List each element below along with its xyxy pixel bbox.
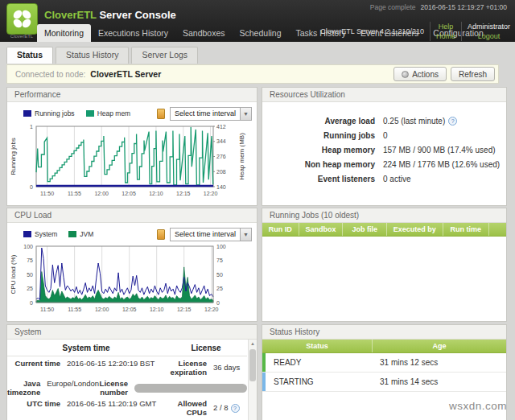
jvm-legend-swatch	[68, 231, 76, 237]
license-number-label: License number	[100, 380, 128, 397]
column-executed-by[interactable]: Executed by	[386, 223, 443, 236]
tab-status[interactable]: Status	[6, 47, 53, 64]
column-run-time[interactable]: Run time	[443, 223, 489, 236]
performance-panel-title: Performance	[7, 88, 257, 102]
cpu-chart[interactable]: 11:5011:5512:0012:0512:1012:1512:2000252…	[7, 243, 255, 320]
svg-text:12:20: 12:20	[204, 191, 218, 196]
nav-tab-sandboxes[interactable]: Sandboxes	[175, 24, 233, 42]
help-circle-icon[interactable]: ?	[231, 404, 240, 413]
system-panel-title: System	[7, 325, 257, 340]
system-panel-scrollbar[interactable]: ▲	[248, 340, 257, 420]
svg-text:12:05: 12:05	[122, 307, 137, 312]
performance-chart[interactable]: 11:5011:5512:0012:0512:1012:1512:2001140…	[7, 122, 255, 206]
logout-link[interactable]: Logout	[478, 31, 501, 41]
resources-body: Average load 0.25 (last minute) ? Runnin…	[262, 102, 506, 186]
page-complete-label: Page complete	[370, 3, 416, 11]
heap-memory-value: 157 MB / 900 MB (17.4% used)	[375, 146, 496, 154]
resources-utilization-panel: Resources Utilization Average load 0.25 …	[262, 87, 507, 206]
watermark: wsxdn.com	[449, 400, 507, 412]
cpu-chart-controls: System JVM Select time interval ▼	[7, 223, 257, 243]
current-time-label: Current time	[7, 360, 60, 377]
svg-text:12:00: 12:00	[95, 307, 109, 312]
help-circle-icon[interactable]: ?	[448, 117, 457, 126]
time-interval-icon[interactable]	[157, 109, 165, 119]
nav-tab-scheduling[interactable]: Scheduling	[233, 24, 289, 42]
svg-text:25: 25	[27, 286, 33, 291]
refresh-button[interactable]: Refresh	[451, 67, 495, 81]
system-panel-body: System time License Current time 2016-06…	[7, 340, 257, 420]
help-link[interactable]: Help	[439, 22, 454, 31]
status-badge: READY	[266, 353, 372, 372]
running-jobs-panel-title: Running Jobs (10 oldest)	[262, 208, 506, 223]
average-load-text: 0.25 (last minute)	[383, 117, 445, 126]
column-age[interactable]: Age	[372, 340, 506, 352]
tab-status-history[interactable]: Status History	[56, 47, 129, 64]
running-jobs-value: 0	[375, 131, 388, 140]
running-jobs-label: Running jobs	[262, 131, 375, 140]
time-interval-icon[interactable]	[157, 229, 165, 240]
column-run-id[interactable]: Run ID	[262, 223, 299, 236]
svg-text:100: 100	[23, 244, 33, 249]
app-title: CloverETL Server Console	[44, 9, 176, 21]
column-sandbox[interactable]: Sandbox	[299, 223, 343, 236]
gear-icon	[402, 71, 409, 78]
scroll-up-icon[interactable]: ▲	[249, 340, 257, 348]
svg-text:12:10: 12:10	[150, 307, 164, 312]
heap-mem-legend-label: Heap mem	[97, 109, 131, 117]
refresh-button-label: Refresh	[459, 70, 487, 79]
table-row: Uptime 31 mins 14 secs	[7, 417, 257, 420]
nav-tab-monitoring[interactable]: Monitoring	[37, 24, 91, 42]
current-user: Administrator	[468, 22, 510, 31]
chevron-down-icon[interactable]: ▼	[240, 229, 251, 241]
chevron-down-icon[interactable]: ▼	[240, 108, 251, 120]
divider	[461, 22, 462, 41]
nav-tab-executions-history[interactable]: Executions History	[91, 24, 175, 42]
scrollbar-thumb[interactable]	[249, 349, 256, 381]
tab-server-logs[interactable]: Server Logs	[131, 47, 198, 64]
system-time-group-header: System time	[7, 344, 165, 356]
svg-text:CPU load (%): CPU load (%)	[10, 254, 17, 294]
cpu-time-interval-select[interactable]: Select time interval ▼	[170, 228, 252, 241]
actions-button[interactable]: Actions	[393, 67, 447, 81]
svg-text:25: 25	[216, 286, 223, 291]
performance-chart-controls: Running jobs Heap mem Select time interv…	[7, 102, 257, 122]
svg-text:140: 140	[216, 184, 226, 190]
svg-text:11:55: 11:55	[68, 191, 81, 196]
list-item: Event listeners 0 active	[262, 171, 506, 186]
column-status[interactable]: Status	[262, 340, 372, 352]
cpu-panel-title: CPU Load	[7, 208, 257, 223]
home-link[interactable]: Home	[436, 31, 455, 41]
license-number-value	[128, 380, 247, 397]
performance-time-interval-select[interactable]: Select time interval ▼	[170, 107, 252, 121]
running-jobs-legend-label: Running jobs	[35, 109, 75, 117]
svg-text:12:05: 12:05	[122, 191, 136, 196]
system-legend-label: System	[35, 230, 57, 238]
table-row: Java timezone Europe/London License numb…	[7, 377, 257, 397]
cpu-select-label: Select time interval	[171, 230, 240, 238]
heap-mem-legend-swatch	[86, 110, 94, 117]
svg-text:12:20: 12:20	[204, 307, 219, 312]
table-row: READY 31 mins 12 secs	[262, 353, 506, 373]
svg-text:12:15: 12:15	[176, 191, 191, 196]
allowed-cpus-label: Allowed CPUs	[165, 400, 207, 417]
svg-text:0: 0	[30, 184, 33, 190]
svg-text:12:15: 12:15	[177, 307, 192, 312]
svg-text:11:50: 11:50	[40, 307, 54, 312]
cloveretl-logo-icon[interactable]	[6, 3, 38, 35]
svg-text:12:00: 12:00	[94, 191, 109, 196]
svg-text:11:55: 11:55	[68, 307, 81, 312]
logo-caption: CloverETL	[5, 34, 39, 39]
jvm-legend-label: JVM	[80, 230, 93, 238]
column-job-file[interactable]: Job file	[342, 223, 386, 236]
app-title-brand: CloverETL	[44, 9, 97, 21]
status-history-panel-title: Status History	[262, 325, 506, 340]
connection-buttons: Actions Refresh	[393, 67, 495, 81]
utc-time-label: UTC time	[7, 400, 60, 417]
utc-time-value: 2016-06-15 11:20:19 GMT	[60, 400, 165, 417]
svg-text:50: 50	[27, 272, 33, 278]
page-complete-time: 2016-06-15 12:19:27 +01:00	[420, 3, 507, 11]
list-item: Average load 0.25 (last minute) ?	[262, 113, 506, 128]
event-listeners-label: Event listeners	[262, 175, 375, 183]
svg-text:50: 50	[216, 272, 223, 278]
app-title-rest: Server Console	[97, 9, 176, 21]
